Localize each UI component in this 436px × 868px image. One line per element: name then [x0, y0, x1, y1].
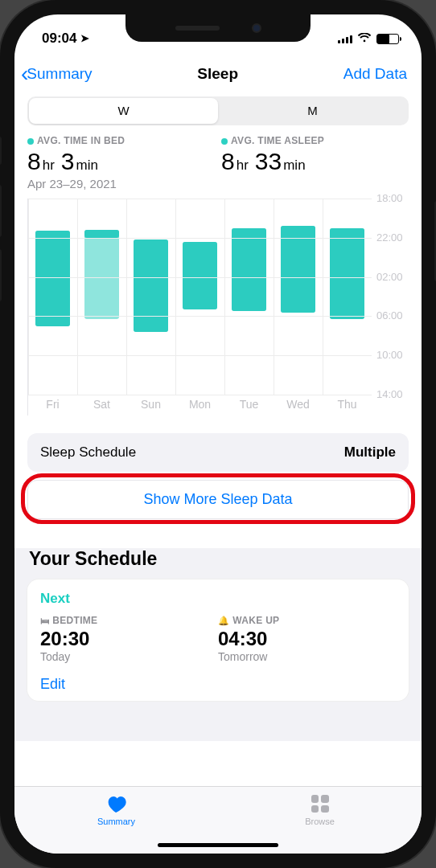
bar-asleep	[232, 228, 267, 312]
sleep-schedule-label: Sleep Schedule	[40, 444, 136, 461]
bedtime-value: 20:30	[40, 628, 218, 650]
sleep-schedule-value: Multiple	[344, 444, 396, 461]
x-tick: Sat	[77, 398, 126, 416]
tab-summary-label: Summary	[14, 817, 218, 826]
bedtime-relative: Today	[40, 650, 218, 663]
bar-in-bed	[84, 230, 120, 319]
x-tick: Thu	[323, 398, 372, 416]
nav-bar: ‹ Summary Sleep Add Data	[14, 55, 422, 93]
tab-browse-label: Browse	[218, 817, 422, 826]
bed-hours: 8	[27, 148, 41, 174]
x-tick: Sun	[126, 398, 175, 416]
y-tick: 02:00	[376, 271, 403, 283]
asleep-hours: 8	[221, 148, 235, 174]
bell-icon: 🔔	[218, 616, 229, 626]
next-schedule-card[interactable]: Next 🛏BEDTIME 20:30 Today 🔔WAKE UP 04:30…	[27, 579, 409, 701]
bar-asleep	[35, 231, 71, 326]
next-label: Next	[40, 591, 396, 607]
grid-icon	[311, 795, 329, 813]
bar-asleep	[183, 242, 218, 309]
asleep-minutes: 33	[255, 148, 282, 174]
add-data-button[interactable]: Add Data	[343, 65, 407, 83]
clock: 09:04	[42, 31, 76, 46]
bar-asleep	[330, 228, 365, 319]
battery-icon	[376, 34, 399, 44]
bar-asleep	[84, 230, 120, 238]
segment-month[interactable]: M	[218, 98, 407, 124]
page-title: Sleep	[197, 65, 238, 83]
x-tick: Mon	[175, 398, 224, 416]
wakeup-label: WAKE UP	[232, 615, 279, 626]
y-tick: 06:00	[376, 309, 403, 321]
bed-icon: 🛏	[40, 616, 49, 625]
bedtime-label: BEDTIME	[52, 615, 97, 626]
y-tick: 14:00	[376, 388, 403, 400]
y-tick: 10:00	[376, 349, 403, 361]
bar-asleep	[281, 226, 316, 312]
bar-asleep	[134, 240, 169, 332]
x-tick: Wed	[274, 398, 323, 416]
edit-schedule-button[interactable]: Edit	[40, 676, 396, 693]
time-in-bed-label: AVG. TIME IN BED	[37, 135, 125, 146]
sleep-schedule-row[interactable]: Sleep Schedule Multiple	[27, 433, 409, 472]
wifi-icon	[357, 31, 372, 47]
your-schedule-header: Your Schedule	[29, 548, 407, 570]
dot-icon	[27, 138, 34, 145]
back-label: Summary	[27, 65, 92, 83]
wakeup-relative: Tomorrow	[218, 650, 396, 663]
cell-signal-icon	[338, 34, 352, 43]
wakeup-value: 04:30	[218, 628, 396, 650]
range-segmented-control[interactable]: W M	[27, 96, 409, 125]
y-tick: 22:00	[376, 231, 403, 244]
x-tick: Tue	[224, 398, 274, 416]
x-tick: Fri	[28, 398, 77, 416]
home-indicator[interactable]	[158, 843, 278, 847]
time-asleep-label: AVG. TIME ASLEEP	[231, 135, 324, 146]
location-icon: ➤	[80, 32, 89, 44]
bed-minutes: 3	[61, 148, 75, 174]
heart-icon	[107, 795, 126, 813]
y-tick: 18:00	[376, 192, 403, 204]
back-button[interactable]: ‹ Summary	[21, 63, 93, 85]
summary-stats: AVG. TIME IN BED 8hr3min Apr 23–29, 2021…	[27, 135, 409, 190]
sleep-chart[interactable]: FriSatSunMonTueWedThu 18:0022:0002:0006:…	[27, 199, 409, 416]
dot-icon	[221, 138, 228, 145]
segment-week[interactable]: W	[29, 98, 218, 124]
date-range: Apr 23–29, 2021	[27, 177, 215, 190]
show-more-sleep-data-button[interactable]: Show More Sleep Data	[27, 480, 409, 519]
